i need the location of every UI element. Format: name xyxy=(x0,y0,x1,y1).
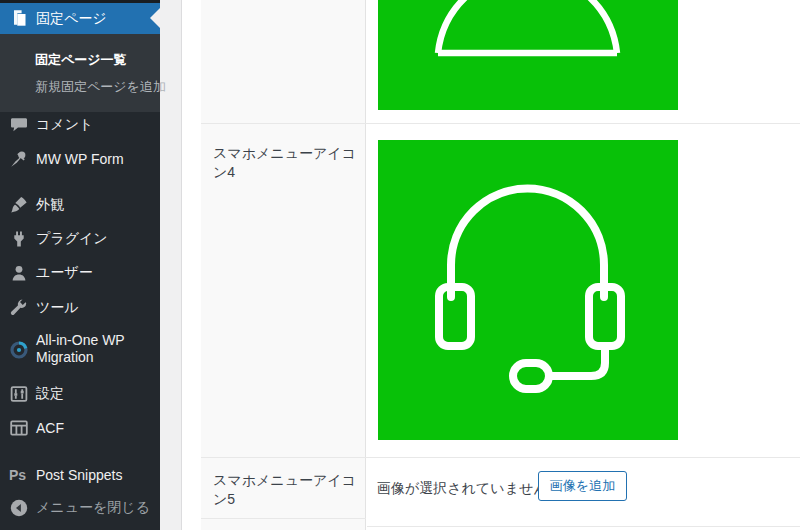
sidebar-item-plugins[interactable]: プラグイン xyxy=(0,222,160,256)
row-divider xyxy=(201,518,366,519)
wrench-icon xyxy=(9,298,29,318)
sidebar-item-label: MW WP Form xyxy=(36,151,124,167)
headset-icon xyxy=(378,140,678,440)
collapse-icon xyxy=(9,498,29,518)
row-divider xyxy=(201,123,800,124)
settings-icon xyxy=(9,384,29,404)
sidebar-item-acf[interactable]: ACF xyxy=(0,411,160,445)
comments-icon xyxy=(9,115,29,135)
admin-sidebar: 固定ページ 固定ページ一覧 新規固定ページを追加 コメント xyxy=(0,0,160,530)
sidebar-item-comments[interactable]: コメント xyxy=(0,108,160,142)
sidebar-item-label: 外観 xyxy=(36,196,64,214)
field-image-preview-headset[interactable] xyxy=(378,140,678,440)
sidebar-item-label: コメント xyxy=(36,116,93,134)
sidebar-item-tools[interactable]: ツール xyxy=(0,291,160,325)
sidebar-item-post-snippets[interactable]: Ps Post Snippets xyxy=(0,458,160,492)
plug-icon xyxy=(9,229,29,249)
ps-icon: Ps xyxy=(9,465,29,485)
pages-submenu: 固定ページ一覧 新規固定ページを追加 xyxy=(0,34,160,112)
submenu-item-all-pages[interactable]: 固定ページ一覧 xyxy=(35,51,127,69)
sidebar-item-label: 設定 xyxy=(36,385,64,403)
sidebar-item-mw-wp-form[interactable]: MW WP Form xyxy=(0,142,160,176)
sidebar-item-appearance[interactable]: 外観 xyxy=(0,188,160,222)
sidebar-item-label: ACF xyxy=(36,420,64,436)
field-label: スマホメニューアイコン5 xyxy=(213,471,363,509)
row-divider xyxy=(201,457,800,458)
sidebar-item-label: Post Snippets xyxy=(36,467,122,483)
dome-arc xyxy=(438,0,617,53)
sidebar-item-label: All-in-One WP Migration xyxy=(36,332,150,366)
sidebar-item-all-in-one-wp-migration[interactable]: All-in-One WP Migration xyxy=(0,326,160,372)
wordpress-admin-screen: 固定ページ 固定ページ一覧 新規固定ページを追加 コメント xyxy=(0,0,800,530)
field-label: スマホメニューアイコン4 xyxy=(213,144,363,182)
no-image-selected-text: 画像が選択されていません xyxy=(377,480,548,498)
pages-icon xyxy=(9,8,29,28)
acf-icon xyxy=(9,418,29,438)
sidebar-item-label: ユーザー xyxy=(36,264,93,282)
pin-icon xyxy=(9,149,29,169)
field-image-preview-partial[interactable] xyxy=(378,0,678,110)
sidebar-item-label: プラグイン xyxy=(36,230,108,248)
sidebar-item-label: 固定ページ xyxy=(36,10,107,28)
current-menu-arrow-icon xyxy=(150,8,160,28)
add-image-button[interactable]: 画像を追加 xyxy=(538,471,627,501)
sidebar-item-label: ツール xyxy=(36,299,79,317)
user-icon xyxy=(9,263,29,283)
sidebar-item-users[interactable]: ユーザー xyxy=(0,256,160,290)
brush-icon xyxy=(9,195,29,215)
sidebar-item-settings[interactable]: 設定 xyxy=(0,377,160,411)
row-divider xyxy=(367,526,800,527)
migration-icon xyxy=(9,340,29,360)
submenu-item-add-new-page[interactable]: 新規固定ページを追加 xyxy=(35,78,166,96)
sidebar-item-label: メニューを閉じる xyxy=(36,499,150,517)
sidebar-item-collapse-menu[interactable]: メニューを閉じる xyxy=(0,491,160,525)
sidebar-item-pages-active[interactable]: 固定ページ xyxy=(0,3,160,34)
field-label-column xyxy=(201,0,366,530)
